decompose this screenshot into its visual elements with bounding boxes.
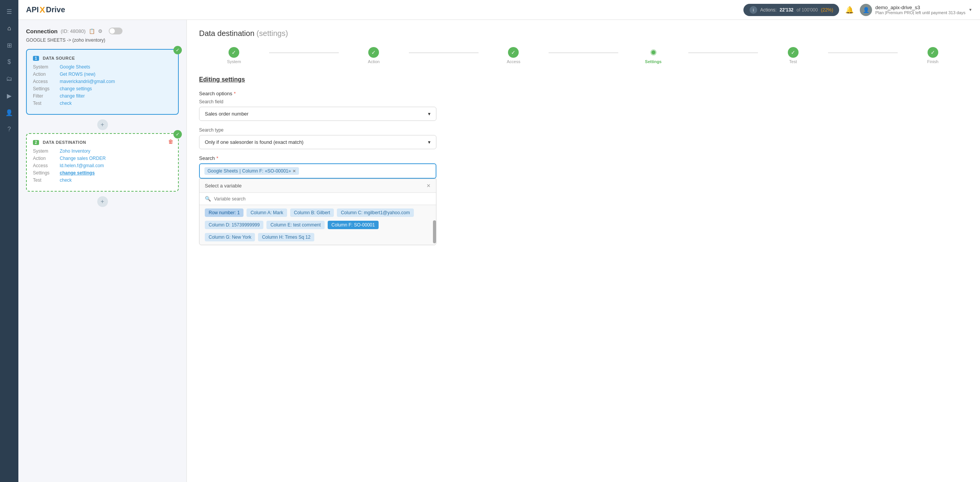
- source-filter-value[interactable]: change filter: [60, 93, 85, 99]
- variable-item-col-e[interactable]: Column E: test comment: [266, 221, 324, 229]
- bell-icon[interactable]: 🔔: [845, 6, 854, 14]
- connections-icon[interactable]: ⊞: [2, 38, 16, 52]
- gear-icon[interactable]: ⚙: [98, 28, 103, 34]
- logo-api: API: [26, 5, 39, 14]
- user-plan: Plan |Premium PRO| left until payment 31…: [875, 10, 965, 15]
- copy-icon[interactable]: 📋: [89, 28, 95, 34]
- variable-close-icon[interactable]: ✕: [426, 183, 431, 189]
- wizard-step-action[interactable]: ✓ Action: [339, 47, 409, 64]
- data-destination-card: ✓ 🗑 2 DATA DESTINATION System Zoho Inven…: [26, 133, 179, 192]
- variable-dropdown-header: Select a variable ✕: [199, 179, 436, 193]
- dest-test-value[interactable]: check: [60, 177, 72, 183]
- menu-icon[interactable]: ☰: [2, 5, 16, 18]
- source-settings-value[interactable]: change settings: [60, 86, 92, 91]
- source-system-row: System Google Sheets: [33, 64, 172, 70]
- youtube-icon[interactable]: ▶: [2, 89, 16, 103]
- connection-toggle[interactable]: [109, 28, 122, 34]
- variable-item-col-a[interactable]: Column A: Mark: [247, 208, 287, 217]
- tag-remove-btn[interactable]: ✕: [292, 169, 296, 174]
- search-type-value: Only if one salesorder is found (exact m…: [205, 139, 304, 145]
- source-action-row: Action Get ROWS (new): [33, 72, 172, 77]
- source-card-title: 1 DATA SOURCE: [33, 56, 172, 60]
- page-title: Data destination (settings): [199, 29, 968, 38]
- wizard-step-system[interactable]: ✓ System: [199, 47, 269, 64]
- briefcase-icon[interactable]: 🗂: [2, 72, 16, 86]
- chevron-down-type-icon: ▾: [428, 139, 431, 145]
- source-system-label: System: [33, 64, 60, 70]
- section-title: Editing settings: [199, 76, 968, 83]
- wizard-step-finish[interactable]: ✓ Finish: [898, 47, 968, 64]
- step-connector-3: [549, 52, 619, 53]
- step-label-finish: Finish: [927, 59, 938, 64]
- dest-access-value[interactable]: ld.helen.f@gmail.com: [60, 163, 104, 168]
- delete-destination-btn[interactable]: 🗑: [168, 138, 173, 145]
- source-access-label: Access: [33, 79, 60, 84]
- variable-item-col-c[interactable]: Column C: mgilbert1@yahoo.com: [337, 208, 413, 217]
- variable-item-row-number[interactable]: Row number: 1: [205, 208, 243, 217]
- dest-system-value[interactable]: Zoho Inventory: [60, 148, 90, 154]
- destination-title-text: DATA DESTINATION: [43, 140, 86, 145]
- add-connection-btn-2[interactable]: +: [97, 196, 108, 207]
- search-label: Search *: [199, 155, 968, 161]
- actions-count: 22'132: [780, 7, 794, 13]
- variable-search-input[interactable]: [214, 196, 431, 202]
- dest-settings-value[interactable]: change settings: [60, 170, 95, 176]
- chevron-down-icon[interactable]: ▼: [969, 8, 972, 12]
- dest-action-value[interactable]: Change sales ORDER: [60, 156, 106, 161]
- profile-icon[interactable]: 👤: [2, 106, 16, 119]
- actions-pct: (22%): [821, 7, 833, 13]
- variable-dropdown: Select a variable ✕ 🔍 Row number: 1 Colu…: [199, 179, 436, 245]
- dest-settings-label: Settings: [33, 170, 60, 176]
- billing-icon[interactable]: $: [2, 55, 16, 69]
- scrollbar-track: [433, 205, 436, 245]
- page-subtitle: (settings): [256, 29, 288, 37]
- dest-system-row: System Zoho Inventory: [33, 148, 172, 154]
- step-label-action: Action: [368, 59, 380, 64]
- scrollbar-thumb[interactable]: [433, 220, 436, 243]
- source-test-label: Test: [33, 101, 60, 106]
- variable-search-area[interactable]: 🔍: [199, 193, 436, 205]
- search-input-box[interactable]: Google Sheets | Column F: «SO-00001» ✕: [199, 163, 436, 179]
- user-info: demo_apix-drive_s3 Plan |Premium PRO| le…: [875, 5, 965, 15]
- user-area[interactable]: 👤 demo_apix-drive_s3 Plan |Premium PRO| …: [860, 4, 972, 16]
- step-label-system: System: [227, 59, 241, 64]
- step-icon-settings: [650, 49, 657, 55]
- step-icon-access: ✓: [508, 47, 519, 58]
- search-field-value: Sales order number: [205, 111, 248, 117]
- dest-action-row: Action Change sales ORDER: [33, 156, 172, 161]
- source-access-row: Access maverickandrii@gmail.com: [33, 79, 172, 84]
- variable-item-col-h[interactable]: Column H: Times Sq 12: [258, 233, 314, 241]
- dest-settings-row: Settings change settings: [33, 170, 172, 176]
- step-icon-test: ✓: [788, 47, 799, 58]
- variable-item-col-b[interactable]: Column B: Gilbert: [290, 208, 334, 217]
- search-type-dropdown[interactable]: Only if one salesorder is found (exact m…: [199, 135, 436, 149]
- source-system-value[interactable]: Google Sheets: [60, 64, 90, 70]
- source-test-row: Test check: [33, 101, 172, 106]
- search-field-dropdown[interactable]: Sales order number ▾: [199, 107, 436, 121]
- step-icon-settings-wrapper: [648, 47, 659, 58]
- connection-id: (ID: 48080): [61, 28, 86, 34]
- variable-item-col-f[interactable]: Column F: SO-00001: [328, 221, 379, 229]
- wizard-step-access[interactable]: ✓ Access: [479, 47, 549, 64]
- variable-item-col-g[interactable]: Column G: New York: [205, 233, 255, 241]
- variable-item-col-d[interactable]: Column D: 15739999999: [205, 221, 263, 229]
- user-name: demo_apix-drive_s3: [875, 5, 965, 10]
- wizard-step-test[interactable]: ✓ Test: [758, 47, 828, 64]
- info-icon[interactable]: i: [750, 6, 757, 14]
- source-action-value[interactable]: Get ROWS (new): [60, 72, 95, 77]
- step-icon-action: ✓: [368, 47, 379, 58]
- dest-action-label: Action: [33, 156, 60, 161]
- home-icon[interactable]: ⌂: [2, 21, 16, 35]
- actions-box: i Actions: 22'132 of 100'000 (22%): [743, 4, 840, 16]
- wizard-step-settings[interactable]: Settings: [618, 47, 688, 64]
- step-label-access: Access: [507, 59, 520, 64]
- help-icon[interactable]: ?: [2, 122, 16, 136]
- page-title-text: Data destination: [199, 29, 255, 37]
- add-connection-btn[interactable]: +: [97, 119, 108, 130]
- source-settings-row: Settings change settings: [33, 86, 172, 91]
- dest-test-row: Test check: [33, 177, 172, 183]
- source-access-value[interactable]: maverickandrii@gmail.com: [60, 79, 115, 84]
- source-test-value[interactable]: check: [60, 101, 72, 106]
- connection-subtitle: GOOGLE SHEETS -> (zoho inventory): [26, 37, 179, 43]
- source-card-num: 1: [33, 56, 39, 61]
